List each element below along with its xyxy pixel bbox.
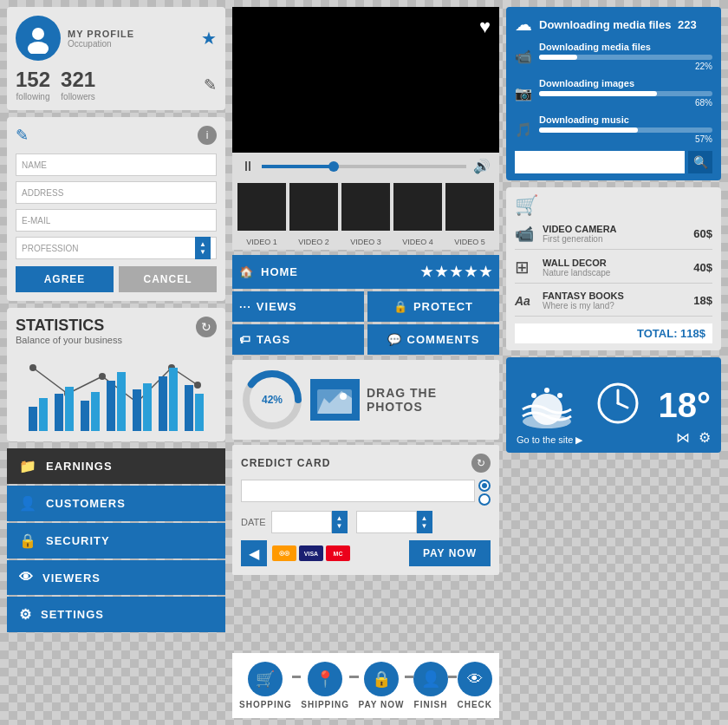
sidebar-item-earnings[interactable]: 📁 EARNINGS	[7, 448, 225, 484]
svg-point-31	[340, 393, 347, 400]
svg-rect-19	[107, 381, 115, 431]
nav-views-button[interactable]: ··· VIEWS	[232, 291, 364, 322]
sidebar-menu: 📁 EARNINGS 👤 CUSTOMERS 🔒 SECURITY 👁 VIEW…	[7, 448, 225, 632]
info-icon[interactable]: i	[198, 126, 217, 145]
svg-rect-26	[195, 394, 204, 431]
nav-tags-button[interactable]: 🏷 TAGS	[232, 324, 364, 355]
heart-icon[interactable]: ♥	[479, 16, 491, 38]
cc-title: CREDICT CARD	[241, 457, 330, 469]
sidebar-item-security[interactable]: 🔒 SECURITY	[7, 523, 225, 558]
dl-bar-images	[539, 91, 712, 96]
cart-item-decor: ⊞ WALL DECOR Nature landscape 40$	[515, 257, 712, 284]
stats-text: STATISTICS Balance of your business	[16, 317, 122, 345]
cc-date-arrows-1[interactable]: ▲▼	[332, 511, 348, 533]
search-input[interactable]	[515, 151, 685, 173]
sidebar-item-settings[interactable]: ⚙ SETTINGS	[7, 597, 225, 632]
cart-icon[interactable]: 🛒	[515, 194, 538, 217]
sidebar-item-customers[interactable]: 👤 CUSTOMERS	[7, 486, 225, 521]
cart-card: 🛒 📹 VIDEO CAMERA First generation 60$ ⊞ …	[506, 187, 721, 350]
step-line-4	[448, 676, 457, 678]
share-icon[interactable]: ⋈	[676, 429, 690, 446]
thumb-2[interactable]: VIDEO 2	[289, 183, 338, 231]
agree-button[interactable]: AGREE	[16, 266, 114, 292]
svg-rect-23	[159, 376, 167, 431]
step-shipping-label: SHIPPING	[301, 700, 349, 709]
stats-title: STATISTICS	[16, 317, 122, 335]
svg-rect-14	[39, 398, 48, 431]
step-paynow: 🔒 PAY NOW	[359, 662, 405, 709]
svg-rect-24	[169, 368, 178, 431]
search-button[interactable]: 🔍	[688, 151, 712, 173]
step-check-label: CHECK	[457, 700, 492, 709]
dl-label-music: Downloading music	[539, 114, 712, 125]
weather-link[interactable]: Go to the site ▶	[517, 434, 582, 446]
shopping-icon[interactable]: 🛒	[248, 662, 283, 696]
media-section: 42% DRAG THE PHOTOS	[232, 360, 499, 440]
cart-decor-info: WALL DECOR Nature landscape	[543, 258, 686, 278]
step-line-3	[405, 676, 413, 678]
cc-arrow-button[interactable]: ◀	[241, 540, 267, 566]
dl-label-video: Downloading media files	[539, 42, 712, 52]
cancel-button[interactable]: CANCEL	[119, 266, 217, 292]
nav-home-button[interactable]: 🏠 HOME ★★★★★	[232, 255, 499, 289]
nav-protect-button[interactable]: 🔒 PROTECT	[367, 291, 499, 322]
progress-thumb[interactable]	[328, 161, 339, 172]
email-field[interactable]: E-MAIL	[16, 209, 217, 232]
views-icon: ···	[239, 300, 251, 313]
name-field[interactable]: NAME	[16, 153, 217, 176]
thumb-4[interactable]: VIDEO 4	[393, 183, 442, 231]
select-arrows[interactable]: ▲▼	[195, 237, 211, 259]
finish-icon[interactable]: 👤	[413, 662, 448, 696]
radio-2[interactable]	[478, 493, 491, 506]
svg-point-7	[29, 364, 36, 371]
step-shopping: 🛒 SHOPPING	[239, 662, 292, 709]
thumb-1[interactable]: VIDEO 1	[237, 183, 286, 231]
edit-icon[interactable]: ✎	[204, 75, 217, 95]
svg-line-39	[618, 403, 627, 408]
nav-menu: 🏠 HOME ★★★★★ ··· VIEWS 🔒 PROTECT	[232, 255, 499, 355]
radio-1[interactable]	[478, 480, 491, 492]
cc-number-input[interactable]	[241, 480, 475, 502]
step-finish: 👤 FINISH	[413, 662, 448, 709]
paynow-icon[interactable]: 🔒	[364, 662, 399, 696]
downloads-card: ☁ Downloading media files 223 📹 Download…	[506, 7, 721, 180]
books-sub: Where is my land?	[543, 301, 686, 310]
followers-count: 321	[61, 68, 95, 92]
volume-icon[interactable]: 🔊	[473, 158, 491, 174]
pause-button[interactable]: ⏸	[241, 159, 255, 174]
followers-stat: 321 followers	[61, 68, 95, 101]
svg-line-2	[33, 368, 68, 394]
cc-date-input-1[interactable]	[271, 511, 332, 533]
progress-bar[interactable]	[262, 165, 466, 168]
svg-point-12	[194, 382, 201, 389]
sidebar-item-viewers[interactable]: 👁 VIEWERS	[7, 560, 225, 595]
download-item-music: 🎵 Downloading music 57%	[515, 114, 712, 144]
svg-rect-15	[55, 394, 63, 431]
step-shipping: 📍 SHIPPING	[301, 662, 349, 709]
profile-card: MY PROFILE Occupation ★ 152 following 32…	[7, 7, 225, 110]
security-icon: 🔒	[19, 532, 37, 549]
shipping-icon[interactable]: 📍	[308, 662, 342, 696]
gear-icon[interactable]: ⚙	[699, 429, 711, 446]
thumb-5[interactable]: VIDEO 5	[445, 183, 494, 231]
address-field[interactable]: ADDRESS	[16, 181, 217, 204]
check-icon[interactable]: 👁	[458, 662, 492, 696]
statistics-card: STATISTICS Balance of your business ↻	[7, 308, 225, 441]
drag-photos[interactable]: DRAG THE PHOTOS	[310, 379, 491, 421]
refresh-icon[interactable]: ↻	[196, 317, 217, 337]
books-price: 18$	[693, 294, 712, 307]
nav-comments-button[interactable]: 💬 COMMENTS	[367, 324, 499, 355]
cc-date-input-2[interactable]	[356, 511, 417, 533]
dl-pct-video: 22%	[539, 62, 712, 71]
dl-pct-music: 57%	[539, 134, 712, 144]
video-player[interactable]: ♥	[232, 7, 499, 153]
star-icon: ★	[201, 28, 217, 49]
cc-refresh-icon[interactable]: ↻	[471, 454, 491, 473]
camera-sub: First generation	[543, 234, 686, 244]
cc-radio	[478, 480, 491, 506]
cc-date-arrows-2[interactable]: ▲▼	[417, 511, 432, 533]
thumb-3[interactable]: VIDEO 3	[341, 183, 390, 231]
pay-now-button[interactable]: PAY NOW	[409, 540, 491, 566]
profession-field[interactable]: PROFESSION ▲▼	[16, 237, 217, 259]
dl-info-images: Downloading images 68%	[539, 78, 712, 108]
